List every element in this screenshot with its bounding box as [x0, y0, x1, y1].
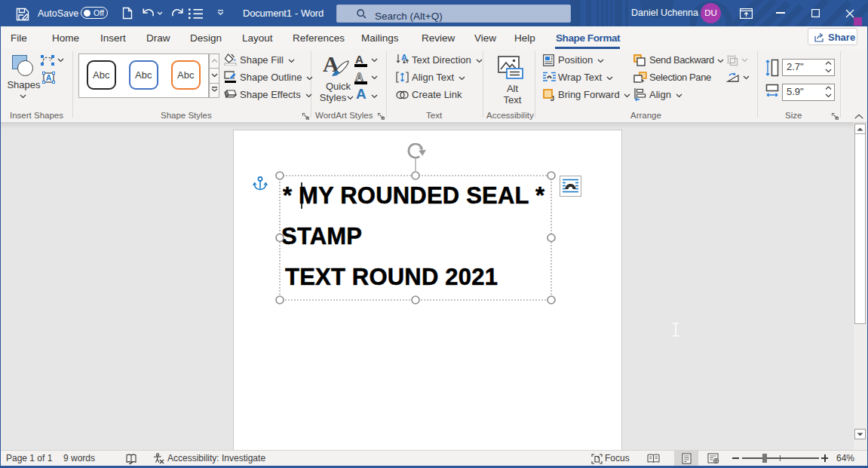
- svg-text:A: A: [46, 73, 52, 82]
